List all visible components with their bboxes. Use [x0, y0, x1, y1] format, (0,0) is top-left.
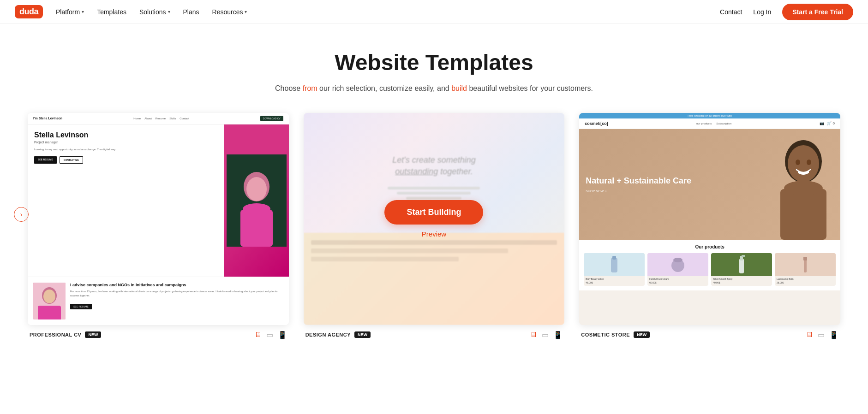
- product-4-price: 25.00$: [777, 281, 834, 284]
- cosmetic-product-2[interactable]: Fanciful Face Cream 60.00$: [647, 253, 708, 286]
- cv-preview[interactable]: I'm Stella Levinson Home About Resume Sk…: [28, 113, 289, 325]
- cv-new-badge: NEW: [85, 331, 101, 338]
- cosmetic-nav: cosmeti[co] our products Subscription 📷 …: [579, 118, 840, 129]
- cosmetic-hero: Natural + Sustainable Care SHOP NOW +: [579, 129, 840, 240]
- nav-solutions[interactable]: Solutions ▾: [139, 8, 170, 16]
- nav-links: Platform ▾ Templates Solutions ▾ Plans R…: [56, 8, 720, 16]
- cv-bottom-photo: [33, 283, 66, 319]
- cosmetic-products-section: Our products Body Beaut: [579, 240, 840, 291]
- product-3-image: [711, 253, 772, 276]
- svg-rect-23: [803, 257, 807, 260]
- svg-rect-21: [742, 255, 745, 257]
- nav-resources[interactable]: Resources ▾: [212, 8, 247, 16]
- agency-tablet-icon[interactable]: ▭: [542, 331, 549, 339]
- nav-contact[interactable]: Contact: [720, 8, 742, 16]
- logo[interactable]: duda: [15, 5, 43, 18]
- product-1-name: Body Beauty Lotion: [586, 278, 643, 281]
- cosmetic-products-grid: Body Beauty Lotion 45.00$: [584, 253, 836, 286]
- cosmetic-product-4[interactable]: Luscious Lip Balm 25.00$: [775, 253, 836, 286]
- agency-template-footer: DESIGN AGENCY NEW 🖥 ▭ 📱: [304, 325, 565, 341]
- mobile-icon[interactable]: 📱: [278, 331, 287, 339]
- hero-subtitle: Choose from our rich selection, customiz…: [15, 83, 853, 95]
- lip-balm-icon: [802, 254, 808, 275]
- desktop-icon[interactable]: 🖥: [254, 331, 262, 339]
- product-3-info: Silken Smooth Spray 40.00$: [711, 276, 772, 286]
- product-1-info: Body Beauty Lotion 45.00$: [584, 276, 645, 286]
- face-cream-icon: [669, 255, 687, 274]
- cv-nav-bar: I'm Stella Levinson Home About Resume Sk…: [28, 113, 289, 124]
- cosmetic-desktop-icon[interactable]: 🖥: [806, 331, 813, 339]
- svg-rect-16: [612, 256, 616, 260]
- agency-preview-container[interactable]: Let's create something outstanding toget…: [304, 113, 565, 325]
- svg-rect-19: [739, 259, 744, 273]
- cv-bottom-title: I advise companies and NGOs in initiativ…: [70, 283, 283, 288]
- cv-template-name: PROFESSIONAL CV: [30, 332, 81, 337]
- cv-download-btn: DOWNLOAD CV: [260, 116, 283, 121]
- cosmetic-template-name: COSMETIC STORE: [581, 332, 630, 337]
- product-4-info: Luscious Lip Balm 25.00$: [775, 276, 836, 286]
- cv-hero-section: Stella Levinson Project manager Looking …: [28, 124, 289, 277]
- cv-photo-bg: [224, 124, 289, 277]
- cv-bottom-desc: For more than 15 years, I've been workin…: [70, 290, 283, 297]
- navigation: duda Platform ▾ Templates Solutions ▾ Pl…: [0, 0, 868, 24]
- svg-rect-3: [240, 210, 273, 247]
- nav-plans[interactable]: Plans: [183, 8, 199, 16]
- cosmetic-tablet-icon[interactable]: ▭: [818, 331, 825, 339]
- templates-section: › I'm Stella Levinson Home About Resume …: [0, 113, 868, 360]
- cv-contact-btn[interactable]: CONTACT ME: [60, 156, 83, 164]
- svg-rect-22: [804, 259, 807, 272]
- cosmetic-hero-text: Natural + Sustainable Care SHOP NOW +: [586, 176, 691, 193]
- svg-point-14: [807, 160, 811, 165]
- tablet-icon[interactable]: ▭: [266, 331, 273, 339]
- agency-name-badge: DESIGN AGENCY NEW: [305, 331, 371, 338]
- agency-mobile-icon[interactable]: 📱: [553, 331, 563, 339]
- start-free-trial-button[interactable]: Start a Free Trial: [782, 4, 853, 20]
- cosmetic-product-1[interactable]: Body Beauty Lotion 45.00$: [584, 253, 645, 286]
- svg-rect-15: [611, 258, 617, 272]
- solutions-chevron-icon: ▾: [168, 9, 170, 14]
- product-2-name: Fanciful Face Cream: [649, 278, 706, 281]
- agency-desktop-icon[interactable]: 🖥: [530, 331, 537, 339]
- cosmetic-nav-links: our products Subscription: [696, 122, 731, 125]
- svg-rect-11: [780, 189, 826, 240]
- cv-bottom-section: I advise companies and NGOs in initiativ…: [28, 277, 289, 325]
- cv-person-desc: Looking for my next opportunity to make …: [34, 148, 218, 151]
- instagram-icon: 📷: [820, 121, 824, 125]
- nav-right: Contact Log In Start a Free Trial: [720, 4, 853, 20]
- cosmetic-mobile-icon[interactable]: 📱: [829, 331, 838, 339]
- svg-point-4: [243, 203, 270, 214]
- nav-login[interactable]: Log In: [753, 8, 771, 16]
- cv-bottom-person: [33, 283, 66, 319]
- spray-bottle-icon: [737, 254, 746, 275]
- cv-left: Stella Levinson Project manager Looking …: [28, 124, 224, 277]
- next-arrow-button[interactable]: ›: [14, 207, 29, 222]
- cv-nav-links: Home About Resume Skills Contact: [133, 117, 189, 120]
- lotion-bottle-icon: [607, 254, 621, 275]
- product-2-price: 60.00$: [649, 281, 706, 284]
- template-card-cosmetic: Free shipping on all orders over $80 cos…: [579, 113, 840, 341]
- svg-point-10: [788, 145, 819, 182]
- cosmetic-preview-container[interactable]: Free shipping on all orders over $80 cos…: [579, 113, 840, 325]
- svg-point-18: [673, 258, 682, 262]
- cv-bottom-text: I advise companies and NGOs in initiativ…: [70, 283, 283, 319]
- product-3-name: Silken Smooth Spray: [713, 278, 770, 281]
- nav-platform[interactable]: Platform ▾: [56, 8, 84, 16]
- cv-resume-btn[interactable]: SEE RESUME: [34, 156, 57, 164]
- cosmetic-top-bar: Free shipping on all orders over $80: [579, 113, 840, 118]
- product-2-info: Fanciful Face Cream 60.00$: [647, 276, 708, 286]
- cosmetic-person-illustration: [766, 138, 840, 240]
- start-building-button[interactable]: Start Building: [384, 200, 483, 225]
- build-highlight: build: [451, 84, 467, 92]
- nav-templates[interactable]: Templates: [97, 8, 126, 16]
- cv-person-illustration: [227, 154, 287, 247]
- agency-hover-overlay: Start Building Preview: [304, 113, 565, 325]
- cosmetic-name-badge: COSMETIC STORE NEW: [581, 331, 650, 338]
- cosmetic-product-3[interactable]: Silken Smooth Spray 40.00$: [711, 253, 772, 286]
- resources-chevron-icon: ▾: [245, 9, 247, 14]
- agency-device-icons: 🖥 ▭ 📱: [530, 331, 563, 339]
- preview-link[interactable]: Preview: [422, 230, 446, 238]
- cv-template-footer: PROFESSIONAL CV NEW 🖥 ▭ 📱: [28, 325, 289, 341]
- product-1-price: 45.00$: [586, 281, 643, 284]
- cosmetic-brand: cosmeti[co]: [585, 121, 608, 126]
- cv-see-resume-btn[interactable]: SEE RESUME: [70, 304, 92, 309]
